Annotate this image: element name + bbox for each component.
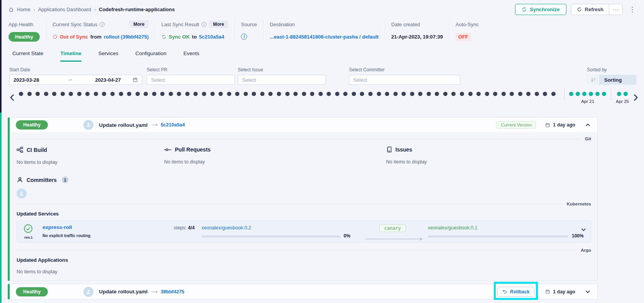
select-committer-input[interactable] bbox=[349, 75, 460, 84]
timeline-prev-button[interactable] bbox=[8, 93, 17, 104]
timeline-dot[interactable] bbox=[277, 92, 281, 96]
timeline-dot[interactable] bbox=[377, 92, 381, 96]
timeline-dot[interactable] bbox=[624, 92, 628, 96]
timeline-next-button[interactable] bbox=[631, 93, 640, 104]
timeline-dot[interactable] bbox=[227, 92, 231, 96]
last-sync-commit-link[interactable]: 5c210a5a4 bbox=[199, 34, 224, 40]
timeline-dot[interactable] bbox=[52, 92, 56, 96]
timeline-dot[interactable] bbox=[451, 92, 456, 96]
timeline-dot[interactable] bbox=[302, 92, 306, 96]
select-pr-input[interactable] bbox=[147, 75, 234, 84]
timeline-dot[interactable] bbox=[510, 92, 514, 96]
expand-card-button[interactable] bbox=[585, 288, 591, 295]
source-info-icon[interactable]: i bbox=[241, 34, 247, 40]
timeline-dot[interactable] bbox=[576, 92, 580, 96]
help-icon[interactable]: ? bbox=[202, 22, 207, 27]
breadcrumb-home[interactable]: Home bbox=[17, 7, 31, 12]
timeline-dot[interactable] bbox=[460, 92, 464, 96]
last-sync-more-button[interactable]: More bbox=[209, 20, 229, 28]
timeline-dot[interactable] bbox=[19, 92, 23, 96]
timeline-dot[interactable] bbox=[185, 92, 190, 96]
timeline-dot[interactable] bbox=[268, 92, 273, 96]
timeline-dot[interactable] bbox=[260, 92, 264, 96]
timeline-dot[interactable] bbox=[368, 92, 373, 96]
date-from-value[interactable]: 2023-03-28 bbox=[14, 77, 39, 83]
timeline-dot[interactable] bbox=[327, 92, 331, 96]
timeline-dot[interactable] bbox=[285, 92, 290, 96]
current-sync-rollout-link[interactable]: rollout (39bbf4275) bbox=[104, 34, 149, 40]
timeline-dot[interactable] bbox=[252, 92, 256, 96]
timeline-dot[interactable] bbox=[551, 92, 556, 96]
timeline-dot[interactable] bbox=[443, 92, 447, 96]
release-card-header[interactable]: Healthy Update rollout.yaml 5c210a5a4 Cu… bbox=[10, 118, 597, 133]
timeline-dot[interactable] bbox=[335, 92, 339, 96]
tab-events[interactable]: Events bbox=[183, 50, 199, 62]
timeline-dot[interactable] bbox=[543, 92, 547, 96]
timeline-dot[interactable] bbox=[569, 92, 573, 96]
timeline-dot[interactable] bbox=[127, 92, 131, 96]
timeline-dot[interactable] bbox=[589, 92, 593, 96]
timeline-dot[interactable] bbox=[202, 92, 206, 96]
home-icon[interactable] bbox=[8, 7, 14, 12]
release-card-header[interactable]: Healthy Update rollout.yaml 39bbf4275 Ro… bbox=[10, 284, 597, 299]
timeline-dot[interactable] bbox=[44, 92, 48, 96]
timeline-dot[interactable] bbox=[169, 92, 173, 96]
timeline-dot[interactable] bbox=[485, 92, 489, 96]
timeline-dot[interactable] bbox=[352, 92, 356, 96]
service-from-image-link[interactable]: xeonalex/guesbook:0.2 bbox=[202, 225, 251, 231]
timeline-dot[interactable] bbox=[293, 92, 298, 96]
timeline-dot[interactable] bbox=[136, 92, 140, 96]
timeline-dot[interactable] bbox=[493, 92, 497, 96]
date-to-value[interactable]: 2023-04-27 bbox=[95, 77, 121, 83]
timeline-dot[interactable] bbox=[219, 92, 223, 96]
timeline-dot[interactable] bbox=[61, 92, 65, 96]
timeline-dot[interactable] bbox=[502, 92, 506, 96]
commit-hash-link[interactable]: 5c210a5a4 bbox=[161, 122, 185, 128]
timeline-dot[interactable] bbox=[385, 92, 389, 96]
timeline-dot[interactable] bbox=[119, 92, 123, 96]
timeline-dot[interactable] bbox=[85, 92, 90, 96]
select-issue-input[interactable] bbox=[238, 75, 325, 84]
timeline-dot[interactable] bbox=[94, 92, 98, 96]
timeline-dot[interactable] bbox=[410, 92, 414, 96]
timeline-dot[interactable] bbox=[235, 92, 239, 96]
timeline-dot[interactable] bbox=[435, 92, 439, 96]
tab-services[interactable]: Services bbox=[98, 50, 119, 62]
timeline-dot[interactable] bbox=[360, 92, 364, 96]
timeline-dot[interactable] bbox=[160, 92, 164, 96]
timeline-dot[interactable] bbox=[602, 92, 606, 96]
calendar-icon[interactable] bbox=[132, 77, 138, 82]
timeline-dot[interactable] bbox=[319, 92, 323, 96]
timeline-dot[interactable] bbox=[144, 92, 148, 96]
timeline-dot[interactable] bbox=[152, 92, 156, 96]
tab-current-state[interactable]: Current State bbox=[12, 50, 43, 62]
commit-hash-link[interactable]: 39bbf4275 bbox=[161, 289, 184, 295]
timeline-dot[interactable] bbox=[36, 92, 40, 96]
timeline-dot[interactable] bbox=[526, 92, 530, 96]
more-actions-button[interactable]: ··· bbox=[609, 4, 622, 15]
tab-timeline[interactable]: Timeline bbox=[60, 50, 81, 62]
timeline-dot[interactable] bbox=[110, 92, 115, 96]
timeline-dot[interactable] bbox=[343, 92, 347, 96]
service-to-image-link[interactable]: xeonalex/guesbook:0.1 bbox=[428, 225, 478, 231]
refresh-button[interactable]: Refresh bbox=[571, 4, 609, 15]
help-icon[interactable]: ? bbox=[100, 22, 105, 27]
breadcrumb-applications-dashboard[interactable]: Applications Dashboard bbox=[38, 7, 91, 12]
timeline-dot[interactable] bbox=[69, 92, 73, 96]
tab-configuration[interactable]: Configuration bbox=[136, 50, 166, 62]
kebab-menu-button[interactable]: ⋮ bbox=[627, 5, 637, 14]
timeline-dot[interactable] bbox=[535, 92, 539, 96]
timeline-dot[interactable] bbox=[177, 92, 181, 96]
date-range-picker[interactable]: 2023-03-28 ⇀ 2023-04-27 bbox=[9, 75, 142, 85]
timeline-dot[interactable] bbox=[210, 92, 215, 96]
sorting-dropdown[interactable]: Sorting bbox=[587, 75, 636, 85]
timeline-dot[interactable] bbox=[244, 92, 248, 96]
timeline-dot[interactable] bbox=[310, 92, 314, 96]
timeline-dot[interactable] bbox=[582, 92, 586, 96]
timeline-dot[interactable] bbox=[427, 92, 431, 96]
rollback-button[interactable]: Rollback bbox=[497, 287, 534, 297]
committer-avatar[interactable] bbox=[17, 189, 27, 199]
timeline-dot[interactable] bbox=[393, 92, 398, 96]
timeline-dot[interactable] bbox=[468, 92, 473, 96]
collapse-card-button[interactable] bbox=[585, 122, 591, 128]
